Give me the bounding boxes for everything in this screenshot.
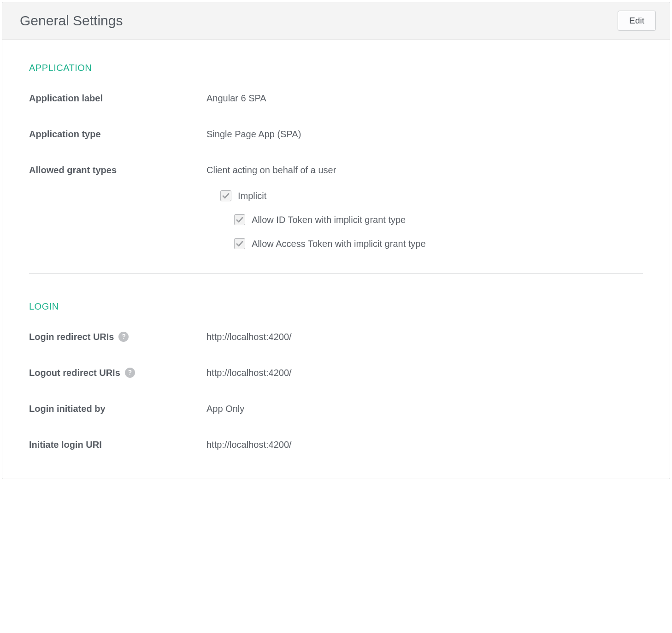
grant-heading: Client acting on behalf of a user [206, 164, 643, 176]
allowed-grant-types-label: Allowed grant types [29, 164, 206, 176]
initiate-login-uri-label: Initiate login URI [29, 438, 206, 451]
logout-redirect-label: Logout redirect URIs ? [29, 366, 206, 379]
edit-button[interactable]: Edit [618, 11, 656, 31]
application-type-label: Application type [29, 128, 206, 141]
login-redirect-value: http://localhost:4200/ [206, 330, 643, 343]
panel-title: General Settings [20, 13, 123, 29]
allowed-grant-types-value: Client acting on behalf of a user Implic… [206, 164, 643, 250]
application-section-title: APPLICATION [29, 63, 643, 73]
panel-header: General Settings Edit [2, 2, 670, 40]
initiate-login-uri-row: Initiate login URI http://localhost:4200… [29, 438, 643, 451]
general-settings-panel: General Settings Edit APPLICATION Applic… [2, 2, 670, 479]
application-label-label: Application label [29, 92, 206, 105]
allowed-grant-types-row: Allowed grant types Client acting on beh… [29, 164, 643, 250]
login-redirect-label-text: Login redirect URIs [29, 330, 114, 343]
help-icon[interactable]: ? [118, 332, 129, 342]
logout-redirect-value: http://localhost:4200/ [206, 366, 643, 379]
application-label-value: Angular 6 SPA [206, 92, 643, 105]
grant-allow-access-row: Allow Access Token with implicit grant t… [206, 237, 643, 250]
login-initiated-row: Login initiated by App Only [29, 402, 643, 415]
checkbox-implicit[interactable] [220, 190, 231, 201]
application-type-value: Single Page App (SPA) [206, 128, 643, 141]
grant-allow-id-row: Allow ID Token with implicit grant type [206, 213, 643, 226]
grant-allow-id-label: Allow ID Token with implicit grant type [252, 213, 406, 226]
login-section: LOGIN Login redirect URIs ? http://local… [29, 301, 643, 451]
login-redirect-label: Login redirect URIs ? [29, 330, 206, 343]
grant-implicit-row: Implicit [206, 189, 643, 202]
application-section: APPLICATION Application label Angular 6 … [29, 63, 643, 274]
login-initiated-label: Login initiated by [29, 402, 206, 415]
login-redirect-row: Login redirect URIs ? http://localhost:4… [29, 330, 643, 343]
logout-redirect-row: Logout redirect URIs ? http://localhost:… [29, 366, 643, 379]
checkbox-allow-access-token[interactable] [234, 238, 245, 249]
panel-body: APPLICATION Application label Angular 6 … [2, 40, 670, 479]
application-label-row: Application label Angular 6 SPA [29, 92, 643, 105]
initiate-login-uri-value: http://localhost:4200/ [206, 438, 643, 451]
logout-redirect-label-text: Logout redirect URIs [29, 366, 120, 379]
section-divider [29, 273, 643, 274]
application-type-row: Application type Single Page App (SPA) [29, 128, 643, 141]
login-initiated-value: App Only [206, 402, 643, 415]
grant-implicit-label: Implicit [238, 189, 266, 202]
grant-allow-access-label: Allow Access Token with implicit grant t… [252, 237, 426, 250]
help-icon[interactable]: ? [125, 368, 135, 378]
login-section-title: LOGIN [29, 301, 643, 312]
checkbox-allow-id-token[interactable] [234, 214, 245, 225]
